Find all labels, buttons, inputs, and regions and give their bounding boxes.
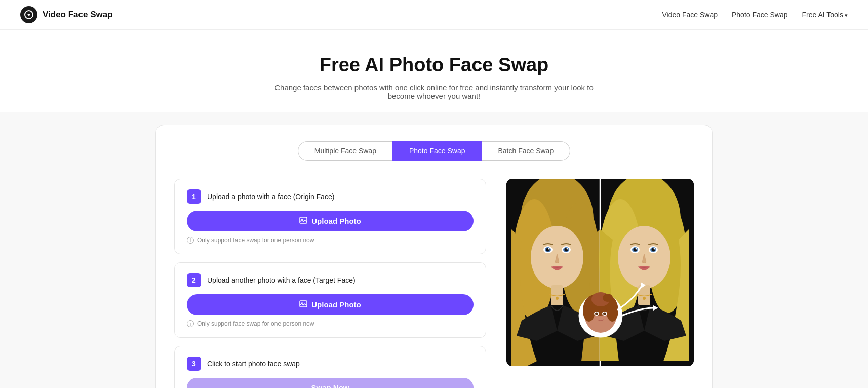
step-2-header: 2 Upload another photo with a face (Targ… [187,273,474,287]
navbar: Video Face Swap Video Face Swap Photo Fa… [0,0,868,30]
svg-rect-1 [300,217,307,223]
upload-photo-2-label: Upload Photo [311,300,361,309]
svg-point-28 [636,248,637,250]
hero-section: Free AI Photo Face Swap Change faces bet… [0,30,868,112]
step-3-badge: 3 [187,357,201,371]
nav-photo-face-swap[interactable]: Photo Face Swap [732,11,788,19]
step-2-card: 2 Upload another photo with a face (Targ… [174,262,486,338]
svg-point-43 [595,313,598,315]
tab-photo[interactable]: Photo Face Swap [392,141,482,161]
content-area: 1 Upload a photo with a face (Origin Fac… [174,179,694,388]
upload-photo-1-button[interactable]: Upload Photo [187,211,474,231]
tabs: Multiple Face Swap Photo Face Swap Batch… [174,141,694,161]
upload-photo-2-button[interactable]: Upload Photo [187,294,474,315]
tab-batch[interactable]: Batch Face Swap [482,141,570,161]
svg-rect-3 [300,301,307,307]
step-1-header: 1 Upload a photo with a face (Origin Fac… [187,189,474,204]
svg-point-17 [567,248,568,250]
swap-now-label: Swap Now [311,383,349,388]
logo-label: Video Face Swap [43,10,113,20]
upload-icon-1 [299,216,307,226]
step-1-badge: 1 [187,189,201,204]
step-2-badge: 2 [187,273,201,287]
logo-icon [20,6,37,23]
svg-point-34 [643,297,646,300]
upload-icon-2 [299,300,307,309]
tab-multiple[interactable]: Multiple Face Swap [298,141,392,161]
logo[interactable]: Video Face Swap [20,6,113,23]
preview-column [506,179,694,366]
info-icon-2: i [187,320,194,327]
step-1-note: i Only support face swap for one person … [187,237,474,244]
step-1-label: Upload a photo with a face (Origin Face) [207,192,334,201]
svg-point-41 [603,294,613,302]
nav-links: Video Face Swap Photo Face Swap Free AI … [662,11,848,19]
svg-point-32 [654,248,655,250]
step-2-note-text: Only support face swap for one person no… [197,320,314,327]
svg-point-13 [548,248,550,250]
step-1-note-text: Only support face swap for one person no… [197,237,314,244]
steps-column: 1 Upload a photo with a face (Origin Fac… [174,179,486,388]
step-2-label: Upload another photo with a face (Target… [207,276,356,284]
hero-title: Free AI Photo Face Swap [10,54,858,76]
step-2-note: i Only support face swap for one person … [187,320,474,327]
step-3-card: 3 Click to start photo face swap Swap No… [174,346,486,388]
hero-subtitle: Change faces between photos with one cli… [262,83,606,100]
main-card: Multiple Face Swap Photo Face Swap Batch… [155,125,713,388]
upload-photo-1-label: Upload Photo [311,217,361,225]
svg-point-45 [603,313,606,315]
nav-video-face-swap[interactable]: Video Face Swap [662,11,717,19]
nav-free-ai-tools[interactable]: Free AI Tools [802,11,848,19]
face-swap-demo-svg [506,179,694,366]
info-icon-1: i [187,237,194,244]
swap-now-button[interactable]: Swap Now [187,378,474,388]
step-3-header: 3 Click to start photo face swap [187,357,474,371]
preview-image [506,179,694,366]
step-1-card: 1 Upload a photo with a face (Origin Fac… [174,179,486,254]
step-3-label: Click to start photo face swap [207,360,300,368]
svg-point-19 [556,297,559,300]
